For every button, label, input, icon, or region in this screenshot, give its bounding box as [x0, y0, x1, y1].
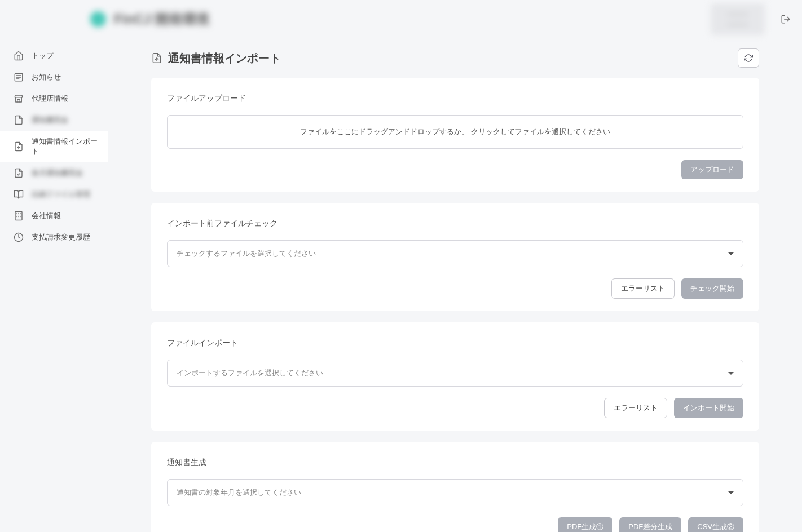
sidebar-item-label: トップ [32, 51, 54, 61]
csv-gen-2-button[interactable]: CSV生成② [688, 517, 743, 532]
news-icon [14, 72, 24, 82]
main-content: 通知書情報インポート ファイルアップロード ファイルをここにドラッグアンドドロッ… [108, 38, 802, 532]
import-file-select[interactable]: インポートするファイルを選択してください [167, 360, 743, 387]
header-right: ——— ——— [711, 3, 791, 35]
caret-down-icon [728, 252, 734, 255]
history-icon [14, 232, 24, 242]
page-title-icon [151, 52, 162, 64]
user-info-line1: ——— [728, 9, 748, 19]
user-info-box: ——— ——— [711, 3, 765, 35]
sidebar: トップ お知らせ 代理店情報 通知書照会 通知書情報インポート [0, 38, 108, 532]
logout-icon[interactable] [781, 14, 791, 24]
pdf-diff-button[interactable]: PDF差分生成 [619, 517, 681, 532]
sidebar-item-label: 通知書情報インポート [32, 136, 99, 157]
upload-section-title: ファイルアップロード [167, 94, 743, 104]
sidebar-item-label: 会社情報 [32, 211, 61, 221]
caret-down-icon [728, 372, 734, 375]
top-header: FinCJ 開発環境 ——— ——— [0, 0, 802, 38]
refresh-button[interactable] [738, 48, 759, 68]
import-section-title: ファイルインポート [167, 338, 743, 348]
import-card: ファイルインポート インポートするファイルを選択してください エラーリスト イン… [151, 322, 759, 431]
generate-select-placeholder: 通知書の対象年月を選択してください [177, 487, 301, 498]
import-start-button[interactable]: インポート開始 [674, 398, 743, 418]
sidebar-item-label: お知らせ [32, 72, 61, 82]
file-dropzone[interactable]: ファイルをここにドラッグアンドドロップするか、 クリックしてファイルを選択してく… [167, 115, 743, 149]
generate-month-select[interactable]: 通知書の対象年月を選択してください [167, 479, 743, 506]
check-doc-icon [14, 168, 24, 178]
doc-icon [14, 115, 24, 125]
caret-down-icon [728, 491, 734, 494]
sidebar-item-label: 通知書照会 [32, 115, 68, 125]
sidebar-item-payment-history[interactable]: 支払請求変更履歴 [0, 227, 108, 248]
sidebar-item-news[interactable]: お知らせ [0, 66, 108, 88]
import-error-list-button[interactable]: エラーリスト [604, 398, 667, 418]
check-select-placeholder: チェックするファイルを選択してください [177, 249, 316, 259]
generate-section-title: 通知書生成 [167, 458, 743, 468]
sidebar-item-file-mgmt[interactable]: 出納ファイル管理 [0, 184, 108, 205]
sidebar-item-label: 出納ファイル管理 [32, 189, 90, 200]
store-icon [14, 94, 24, 104]
import-icon [14, 141, 24, 152]
building-icon [14, 211, 24, 221]
check-card: インポート前ファイルチェック チェックするファイルを選択してください エラーリス… [151, 203, 759, 311]
brand-block: FinCJ 開発環境 [11, 10, 209, 28]
svg-rect-6 [15, 212, 22, 220]
book-icon [14, 189, 24, 200]
generate-card: 通知書生成 通知書の対象年月を選択してください PDF生成① PDF差分生成 C… [151, 442, 759, 532]
pdf-gen-1-button[interactable]: PDF生成① [558, 517, 612, 532]
sidebar-item-label: 代理店情報 [32, 94, 68, 104]
sidebar-item-company-info[interactable]: 会社情報 [0, 205, 108, 227]
home-icon [14, 51, 24, 61]
sidebar-item-top[interactable]: トップ [0, 45, 108, 66]
upload-button[interactable]: アップロード [681, 160, 743, 179]
logo-icon [90, 11, 106, 27]
check-section-title: インポート前ファイルチェック [167, 219, 743, 229]
upload-card: ファイルアップロード ファイルをここにドラッグアンドドロップするか、 クリックし… [151, 78, 759, 192]
import-select-placeholder: インポートするファイルを選択してください [177, 368, 323, 378]
check-file-select[interactable]: チェックするファイルを選択してください [167, 240, 743, 267]
sidebar-item-notice-inquiry[interactable]: 通知書照会 [0, 109, 108, 131]
sidebar-item-label: 支払請求変更履歴 [32, 232, 90, 242]
user-info-line2: ——— [728, 19, 748, 29]
brand-text: FinCJ 開発環境 [114, 10, 209, 28]
dropzone-text: ファイルをここにドラッグアンドドロップするか、 クリックしてファイルを選択してく… [300, 127, 610, 136]
sidebar-item-notice-import[interactable]: 通知書情報インポート [0, 131, 108, 162]
refresh-icon [744, 54, 753, 63]
sidebar-item-agent-info[interactable]: 代理店情報 [0, 88, 108, 109]
check-error-list-button[interactable]: エラーリスト [611, 278, 675, 299]
sidebar-item-label: 各月通知書照会 [32, 168, 83, 178]
page-header: 通知書情報インポート [151, 48, 759, 68]
page-title-wrap: 通知書情報インポート [151, 51, 281, 66]
check-start-button[interactable]: チェック開始 [681, 278, 743, 299]
page-title: 通知書情報インポート [168, 51, 281, 66]
sidebar-item-monthly-notice[interactable]: 各月通知書照会 [0, 162, 108, 184]
